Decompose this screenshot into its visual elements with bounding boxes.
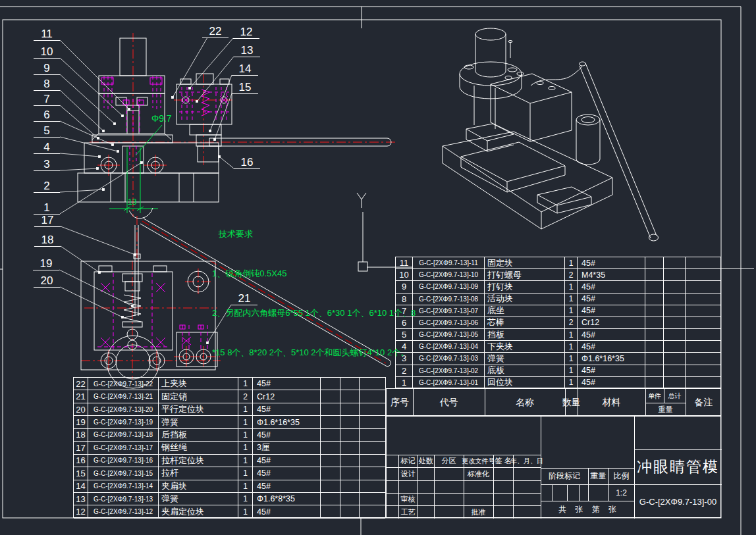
header-remark: 备注	[686, 389, 722, 417]
bom-cell-name: 钢丝绳	[159, 442, 238, 454]
bom-cell-x3	[360, 390, 385, 403]
bom-cell-x3	[686, 257, 720, 269]
bom-cell-x2	[340, 429, 360, 442]
bom-cell-qty: 1	[565, 281, 578, 293]
front-view	[78, 33, 395, 217]
balloon-11: 11	[34, 28, 60, 41]
bom-cell-name: 挡板	[485, 329, 565, 341]
bom-cell-name: 芯棒	[485, 317, 565, 329]
bom-cell-x2	[664, 329, 686, 341]
role-approve: 批准	[464, 505, 493, 519]
bom-cell-x3	[686, 281, 720, 293]
bom-cell-code: G-C-[2XΦ9.7-13]-11	[413, 257, 485, 269]
bom-cell-material: Cr12	[578, 317, 645, 329]
bom-cell-name: 回位块	[485, 377, 565, 389]
tech-notes-line3: *15 8个、8*20 2个、5*10 2个和圆头螺钉4*10 2个。	[212, 346, 416, 359]
role-design: 设计	[398, 467, 418, 480]
bom-cell-qty: 1	[565, 341, 578, 353]
balloon-5: 5	[34, 125, 60, 138]
balloon-18: 18	[34, 234, 61, 247]
bom-cell-x2	[340, 493, 360, 505]
bom-table-right: 11G-C-[2XΦ9.7-13]-11固定块145#10G-C-[2XΦ9.7…	[395, 257, 721, 388]
bom-cell-name: 拉杆定位块	[159, 455, 238, 467]
bom-cell-x1	[321, 403, 340, 416]
bom-cell-x2	[664, 341, 686, 353]
rev-doc-no: 更改文件号	[464, 455, 493, 467]
bom-cell-qty: 1	[565, 353, 578, 365]
isometric-view	[443, 28, 659, 241]
bom-cell-x1	[321, 429, 340, 442]
bom-cell-x2	[340, 480, 360, 493]
bom-cell-name: 弹簧	[485, 353, 565, 365]
role-check: 审核	[398, 493, 418, 505]
balloon-6: 6	[34, 109, 60, 122]
bom-cell-material: 45#	[253, 429, 321, 442]
bom-cell-x1	[645, 329, 664, 341]
bom-cell-qty: 1	[238, 403, 253, 416]
bom-cell-x1	[645, 269, 664, 281]
bom-cell-x3	[360, 467, 385, 480]
balloon-20: 20	[34, 275, 60, 288]
bom-cell-qty: 1	[238, 416, 253, 428]
bom-cell-material: M4*35	[578, 269, 645, 281]
leader-lines	[59, 38, 234, 344]
bom-cell-x1	[645, 293, 664, 305]
bom-cell-code: G-C-[2XΦ9.7-13]-07	[413, 305, 485, 317]
bom-cell-x3	[686, 329, 720, 341]
bom-cell-name: 夹扁块	[159, 480, 238, 493]
cad-drawing-sheet[interactable]: Φ9.7 13 技术要求 1、锐角倒钝0.5X45 2、另配内六角螺母6*55 …	[0, 0, 756, 535]
balloon-7: 7	[34, 93, 60, 106]
bom-cell-material: 45#	[253, 480, 321, 493]
bom-cell-x2	[664, 365, 686, 377]
bom-cell-material: 45#	[578, 365, 645, 377]
sheet-count: 共 张 第 张	[541, 501, 634, 519]
bom-cell-seq: 14	[74, 480, 88, 493]
bom-cell-material: 45#	[578, 257, 645, 269]
bom-cell-x3	[686, 377, 720, 389]
bom-cell-material: 45#	[253, 505, 321, 518]
bom-table-left: 22G-C-[2XΦ9.7-13]-22上夹块145#21G-C-[2XΦ9.7…	[73, 377, 386, 518]
bom-cell-material: 45#	[578, 377, 645, 389]
header-name: 名称	[485, 389, 565, 417]
balloon-8: 8	[34, 78, 60, 91]
rev-zone: 分区	[434, 455, 464, 467]
bom-header-row: 序号 代号 名称 数量 材料 单件 总计 重量 备注	[386, 388, 721, 416]
bom-cell-code: G-C-[2XΦ9.7-13]-05	[413, 329, 485, 341]
balloon-16: 16	[234, 157, 260, 169]
bom-cell-x1	[645, 353, 664, 365]
bom-cell-x3	[360, 403, 385, 416]
bom-cell-name: 下夹块	[485, 341, 565, 353]
balloon-22: 22	[202, 26, 229, 38]
balloon-4: 4	[34, 141, 60, 154]
balloon-9: 9	[34, 63, 60, 75]
balloon-12: 12	[233, 26, 259, 39]
bom-cell-x2	[664, 257, 686, 269]
weight-label: 重量	[588, 468, 608, 484]
bom-cell-code: G-C-[2XΦ9.7-13]-14	[88, 480, 159, 493]
bom-cell-code: G-C-[2XΦ9.7-13]-17	[88, 442, 159, 454]
bom-cell-x2	[340, 505, 360, 518]
bom-cell-seq: 15	[74, 467, 88, 480]
bom-cell-x2	[664, 317, 686, 329]
bom-cell-x1	[645, 341, 664, 353]
role-standard: 标准化	[464, 467, 493, 480]
bom-cell-name: 拉杆	[159, 467, 238, 480]
bom-cell-x1	[321, 480, 340, 493]
bom-cell-qty: 1	[565, 305, 578, 317]
rev-count: 处数	[418, 455, 434, 467]
bom-cell-seq: 22	[74, 378, 88, 390]
bom-cell-qty: 1	[238, 429, 253, 442]
bom-cell-name: 固定销	[159, 390, 238, 403]
bom-cell-qty: 1	[565, 293, 578, 305]
bom-cell-x3	[360, 455, 385, 467]
dimension-hole-dia: Φ9.7	[151, 113, 172, 124]
bom-cell-code: G-C-[2XΦ9.7-13]-21	[88, 390, 159, 403]
balloon-15: 15	[232, 82, 258, 94]
balloon-14: 14	[232, 63, 258, 76]
bom-cell-name: 打钉螺母	[485, 269, 565, 281]
bom-cell-x1	[645, 257, 664, 269]
bom-cell-qty: 1	[238, 455, 253, 467]
drawing-title: 冲眼睛管模	[634, 449, 722, 484]
bom-cell-x1	[321, 493, 340, 505]
drawing-number: G-C-[2XΦ9.7-13]-00	[634, 484, 722, 519]
